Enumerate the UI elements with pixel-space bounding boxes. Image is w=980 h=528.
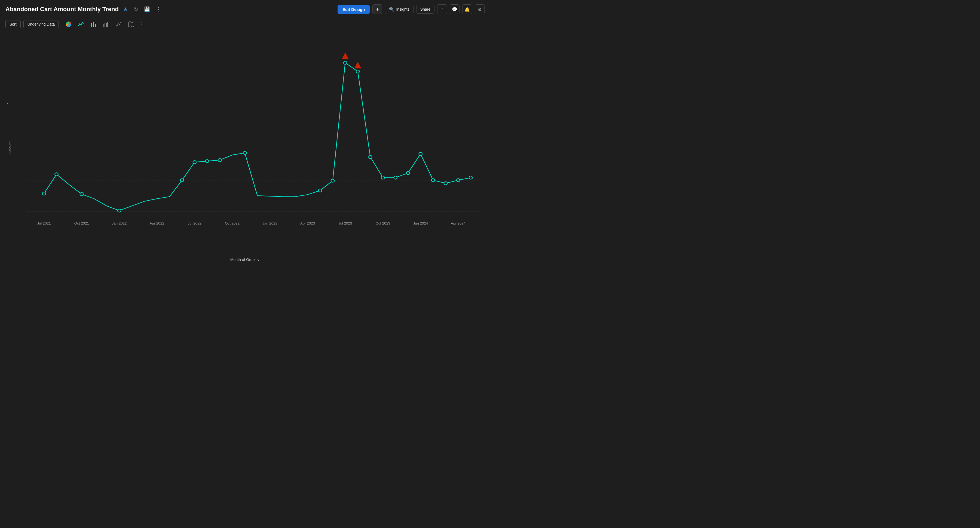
data-point-apr2024[interactable]	[457, 178, 460, 181]
underlying-data-button[interactable]: Underlying Data	[24, 20, 59, 28]
data-point-oct2021[interactable]	[80, 192, 83, 196]
svg-point-8	[118, 22, 119, 24]
star-button[interactable]: ★	[122, 5, 129, 14]
data-point-jan2022[interactable]	[118, 209, 121, 212]
insights-button[interactable]: 🔍 Insights	[385, 5, 413, 14]
y-axis-label: Amount	[8, 142, 12, 154]
data-point-sep2023[interactable]	[369, 156, 372, 158]
svg-rect-3	[103, 24, 104, 27]
share-button[interactable]: Share	[416, 5, 434, 14]
svg-point-9	[119, 24, 120, 25]
toolbar: Sort Underlying Data	[0, 17, 490, 31]
chart-type-icons: ⋮	[63, 20, 145, 29]
sort-button[interactable]: Sort	[5, 20, 21, 28]
red-arrow-jul2023	[342, 52, 349, 59]
map-icon	[128, 21, 134, 27]
x-axis-label: Month of Order ∨	[230, 258, 260, 262]
svg-text:Jul 2021: Jul 2021	[37, 221, 51, 225]
data-point-mar2024[interactable]	[444, 182, 447, 185]
x-axis-dropdown-icon[interactable]: ∨	[257, 258, 260, 262]
data-point-may2023[interactable]	[331, 179, 334, 182]
svg-text:Oct 2021: Oct 2021	[74, 221, 89, 225]
svg-rect-5	[106, 23, 107, 27]
chart-more-button[interactable]: ⋮	[138, 20, 145, 28]
svg-text:Jul 2023: Jul 2023	[338, 221, 352, 225]
svg-text:Apr 2024: Apr 2024	[451, 221, 466, 225]
upload-button[interactable]: ↑	[437, 4, 447, 14]
pie-chart-button[interactable]	[63, 20, 74, 29]
red-arrow-aug2023	[355, 62, 361, 68]
insights-label: Insights	[396, 7, 409, 11]
svg-rect-0	[91, 23, 92, 27]
refresh-button[interactable]: ↻	[133, 5, 139, 13]
svg-rect-4	[105, 22, 105, 27]
data-point-sep2022[interactable]	[218, 159, 221, 162]
svg-rect-1	[93, 22, 94, 27]
data-point-aug2021[interactable]	[55, 173, 58, 176]
data-point-jan2024[interactable]	[419, 153, 422, 156]
svg-text:Apr 2023: Apr 2023	[300, 221, 315, 225]
scatter-icon	[115, 21, 122, 27]
svg-rect-6	[107, 22, 108, 27]
data-point-apr2023[interactable]	[318, 189, 322, 192]
header-right: Edit Design + 🔍 Insights Share ↑ 💬 🔔 ⚙	[337, 4, 485, 14]
svg-text:Jan 2023: Jan 2023	[262, 221, 277, 225]
line-chart-icon	[78, 21, 84, 27]
svg-text:Jul 2022: Jul 2022	[188, 221, 202, 225]
svg-text:Oct 2022: Oct 2022	[225, 221, 240, 225]
data-point-feb2024[interactable]	[431, 178, 435, 181]
svg-text:Oct 2023: Oct 2023	[375, 221, 390, 225]
add-button[interactable]: +	[372, 4, 382, 14]
grouped-bar-icon	[103, 21, 110, 27]
data-point-nov2023[interactable]	[394, 176, 397, 179]
settings-button[interactable]: ⚙	[475, 4, 485, 14]
data-point-oct2023[interactable]	[381, 176, 384, 179]
edit-design-button[interactable]: Edit Design	[337, 5, 370, 14]
data-point-aug2023[interactable]	[356, 70, 360, 73]
line-chart-button[interactable]	[76, 20, 87, 29]
more-options-button[interactable]: ⋮	[155, 5, 162, 13]
header-left: Abandoned Cart Amount Monthly Trend ★ ↻ …	[5, 5, 162, 14]
bar-chart-icon	[91, 21, 97, 27]
svg-point-7	[116, 25, 117, 26]
svg-marker-12	[129, 22, 134, 27]
grouped-bar-button[interactable]	[101, 20, 111, 29]
svg-point-10	[120, 22, 121, 23]
page-title: Abandoned Cart Amount Monthly Trend	[5, 6, 119, 13]
data-point-dec2023[interactable]	[406, 172, 410, 175]
insights-icon: 🔍	[389, 7, 395, 12]
data-point-oct2022[interactable]	[243, 151, 247, 154]
scatter-button[interactable]	[113, 20, 124, 29]
svg-text:Jan 2022: Jan 2022	[112, 221, 127, 225]
data-point-jul2021[interactable]	[42, 192, 45, 195]
data-point-aug2022[interactable]	[205, 159, 209, 162]
data-point-jun2022[interactable]	[180, 178, 184, 181]
y-axis-expand-arrow[interactable]: ›	[6, 101, 8, 106]
save-button[interactable]: 💾	[143, 5, 151, 13]
chart-line	[44, 63, 471, 211]
header-icons: ★ ↻ 💾 ⋮	[122, 5, 162, 14]
data-point-jul2022[interactable]	[193, 161, 196, 164]
map-button[interactable]	[126, 20, 137, 29]
alert-button[interactable]: 🔔	[462, 4, 472, 14]
header: Abandoned Cart Amount Monthly Trend ★ ↻ …	[0, 0, 490, 17]
svg-rect-2	[95, 24, 96, 27]
svg-text:Apr 2022: Apr 2022	[150, 221, 164, 225]
chart-area: Amount › Month of Order ∨ $500K $400K $3…	[0, 31, 490, 264]
data-point-may2024[interactable]	[469, 176, 472, 179]
svg-point-11	[117, 24, 118, 25]
bar-chart-button[interactable]	[88, 20, 99, 29]
data-point-jul2023[interactable]	[344, 61, 347, 64]
comment-button[interactable]: 💬	[450, 4, 460, 14]
chart-svg: $500K $400K $300K $200K $100K $0 Jul 202…	[27, 37, 479, 248]
pie-chart-icon	[65, 21, 72, 27]
svg-text:Jan 2024: Jan 2024	[413, 221, 428, 225]
